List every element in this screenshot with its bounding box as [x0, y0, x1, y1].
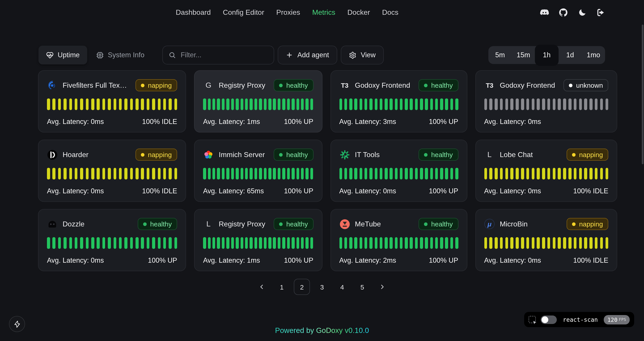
nav-item-proxies[interactable]: Proxies	[276, 9, 300, 17]
status-label: healthy	[150, 220, 172, 228]
nav-item-config-editor[interactable]: Config Editor	[223, 9, 264, 17]
card-header: Dozzle healthy	[47, 218, 177, 230]
uptime-bar	[364, 99, 368, 110]
uptime-bar	[435, 168, 438, 179]
card-header: Hoarder napping	[47, 149, 177, 161]
pagination-next[interactable]	[374, 279, 390, 295]
uptime-bar	[568, 237, 571, 249]
uptime-bar	[425, 99, 428, 110]
uptime-bars	[47, 99, 177, 110]
uptime-bar	[250, 168, 253, 179]
card-it-tools[interactable]: IT Tools healthy Avg. Latency: 0ms 100% …	[330, 140, 467, 202]
time-range-1h[interactable]: 1h	[535, 45, 558, 66]
card-fivefilters-full-tex[interactable]: Fivefilters Full Tex… napping Avg. Laten…	[38, 70, 186, 132]
uptime-bar	[600, 99, 603, 110]
inspect-icon[interactable]	[528, 316, 536, 323]
uptime-bar	[301, 168, 304, 179]
powered-by-link[interactable]: Powered by GoDoxy v0.10.0	[275, 326, 369, 334]
card-hoarder[interactable]: Hoarder napping Avg. Latency: 0ms 100% I…	[38, 140, 186, 202]
uptime-bar	[390, 99, 393, 110]
avg-latency: Avg. Latency: 65ms	[203, 187, 264, 195]
uptime-bar	[222, 99, 225, 110]
uptime-bar	[349, 237, 352, 249]
card-lobe-chat[interactable]: L Lobe Chat napping Avg. Latency: 0ms 10…	[475, 140, 617, 202]
uptime-bar	[287, 237, 290, 249]
uptime-bar	[240, 237, 243, 249]
card-godoxy-frontend[interactable]: T3 Godoxy Frontend unknown Avg. Latency:…	[475, 70, 617, 132]
nav-item-dashboard[interactable]: Dashboard	[176, 9, 211, 17]
scrollbar-thumb[interactable]	[642, 25, 644, 164]
avg-latency: Avg. Latency: 3ms	[339, 118, 396, 126]
react-scan-toggle[interactable]	[541, 315, 557, 324]
card-header: L Registry Proxy healthy	[203, 218, 313, 230]
uptime-bar	[292, 99, 294, 110]
uptime-bar	[339, 99, 342, 110]
nav-item-docs[interactable]: Docs	[382, 9, 398, 17]
uptime-bar	[359, 237, 362, 249]
uptime-bar	[75, 168, 78, 179]
uptime-bar	[119, 237, 122, 249]
uptime-bar	[455, 168, 458, 179]
moon-icon[interactable]	[577, 8, 587, 17]
uptime-bar	[505, 99, 508, 110]
uptime-bar	[490, 99, 492, 110]
uptime-bar	[420, 237, 423, 249]
uptime-bar	[510, 168, 514, 179]
uptime-bars	[203, 237, 313, 249]
services-grid: Fivefilters Full Tex… napping Avg. Laten…	[38, 70, 605, 271]
uptime-bar	[58, 168, 61, 179]
status-label: healthy	[286, 82, 308, 89]
discord-icon[interactable]	[540, 8, 549, 17]
uptime-bar	[64, 168, 66, 179]
time-range-5m[interactable]: 5m	[488, 46, 512, 64]
page-4[interactable]: 4	[334, 279, 350, 295]
uptime-bar	[208, 99, 211, 110]
service-name: Godoxy Frontend	[500, 81, 555, 89]
uptime-bar	[236, 168, 238, 179]
page-3[interactable]: 3	[314, 279, 330, 295]
uptime-bar	[595, 99, 598, 110]
nav-item-docker[interactable]: Docker	[347, 9, 370, 17]
page-2[interactable]: 2	[294, 279, 310, 295]
uptime-bar	[231, 99, 234, 110]
uptime-bar	[516, 99, 518, 110]
page-1[interactable]: 1	[274, 279, 290, 295]
github-icon[interactable]	[558, 8, 568, 17]
status-badge: healthy	[138, 218, 177, 230]
uptime-bar	[69, 168, 72, 179]
uptime-bar	[264, 168, 266, 179]
card-registry-proxy[interactable]: L Registry Proxy healthy Avg. Latency: 1…	[194, 209, 322, 271]
view-button[interactable]: View	[340, 46, 384, 65]
add-agent-button[interactable]: Add agent	[278, 46, 337, 65]
card-godoxy-frontend[interactable]: T3 Godoxy Frontend healthy Avg. Latency:…	[330, 70, 467, 132]
uptime-bar	[86, 237, 88, 249]
pagination-prev[interactable]	[254, 279, 270, 295]
card-header: Fivefilters Full Tex… napping	[47, 79, 177, 91]
page-5[interactable]: 5	[354, 279, 370, 295]
uptime-bar	[147, 237, 150, 249]
uptime-bar	[521, 168, 524, 179]
card-microbin[interactable]: μ MicroBin napping Avg. Latency: 0ms 100…	[475, 209, 617, 271]
tab-system-info[interactable]: System Info	[90, 46, 150, 65]
card-registry-proxy[interactable]: G Registry Proxy healthy Avg. Latency: 1…	[194, 70, 322, 132]
fps-value: 120	[607, 316, 618, 323]
card-dozzle[interactable]: Dozzle healthy Avg. Latency: 0ms 100% UP	[38, 209, 186, 271]
time-range-1d[interactable]: 1d	[558, 46, 582, 64]
uptime-bar	[380, 99, 382, 110]
card-metube[interactable]: MeTube healthy Avg. Latency: 2ms 100% UP	[330, 209, 467, 271]
uptime-bar	[558, 168, 561, 179]
uptime-bar	[310, 237, 313, 249]
card-immich-server[interactable]: Immich Server healthy Avg. Latency: 65ms…	[194, 140, 322, 202]
logout-icon[interactable]	[596, 8, 606, 17]
time-range-15m[interactable]: 15m	[512, 46, 535, 64]
uptime-bar	[282, 168, 285, 179]
time-range-1mo[interactable]: 1mo	[582, 46, 605, 64]
uptime-bar	[113, 168, 116, 179]
nav-item-metrics[interactable]: Metrics	[312, 9, 335, 17]
uptime-bar	[264, 99, 266, 110]
quick-actions-button[interactable]	[9, 316, 25, 332]
uptime-bar	[500, 168, 503, 179]
tab-uptime[interactable]: Uptime	[38, 46, 87, 65]
filter-input[interactable]	[180, 51, 268, 60]
uptime-bar	[532, 99, 534, 110]
